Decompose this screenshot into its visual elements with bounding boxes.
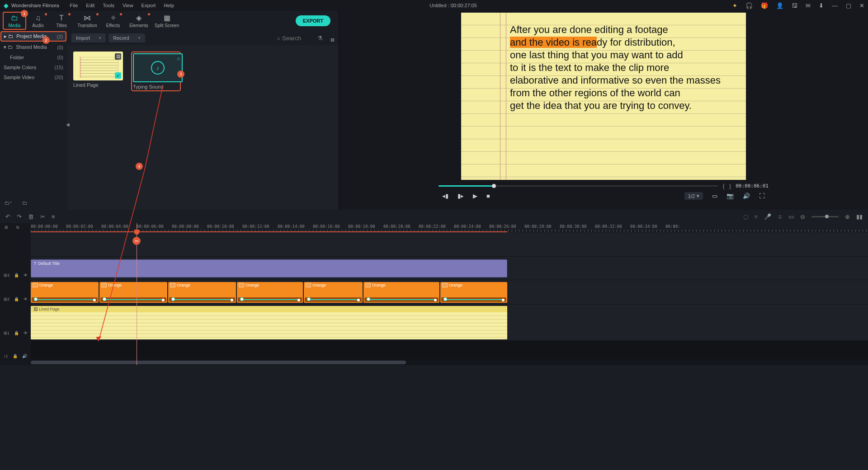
open-folder-icon[interactable]: 🗀 [22,200,27,206]
undo-icon[interactable]: ↶ [5,213,10,220]
menu-edit[interactable]: Edit [86,3,94,8]
track-header-audio-1[interactable]: ♪1🔒🔊 [0,343,31,362]
stop-icon[interactable]: ■ [486,193,490,199]
grid-view-icon[interactable] [331,34,334,42]
headphones-icon[interactable]: 🎧 [745,2,753,9]
lock-icon[interactable]: 🔒 [14,297,19,301]
tab-elements[interactable]: ◈ Elements [125,12,153,30]
link-icon[interactable]: ⧉ [16,225,19,230]
tab-effects[interactable]: ✧ Effects [101,12,125,30]
clip-orange[interactable]: Orange [440,282,507,303]
record-dropdown[interactable]: Record [108,33,145,42]
menu-export[interactable]: Export [142,3,156,8]
clip-orange[interactable]: Orange [31,282,99,303]
export-button[interactable]: EXPORT [296,15,330,26]
zoom-fit-icon[interactable]: ▮▮ [856,213,863,220]
filter-icon[interactable]: ⚗ [317,35,323,42]
tracks-area[interactable]: 00:00:00:00 00:00:02:00 00:00:04:00 00:0… [31,223,868,365]
scrollbar-handle[interactable] [31,361,406,364]
mark-out-icon[interactable]: } [729,183,731,189]
mark-in-icon[interactable]: { [722,183,724,189]
split-icon[interactable]: ✂ [40,213,45,220]
lock-icon[interactable]: 🔒 [14,273,19,277]
volume-icon[interactable]: 🔊 [743,193,750,199]
adjust-icon[interactable]: ≡ [52,213,55,220]
track-video-1[interactable]: 🖼Lined Page [31,305,868,341]
search-box[interactable]: ⌕ [277,35,309,42]
clip-orange[interactable]: Orange [168,282,236,303]
visibility-icon[interactable]: 👁 [24,273,28,277]
clip-orange[interactable]: Orange [363,282,439,303]
menu-view[interactable]: View [123,3,133,8]
search-input[interactable] [282,35,309,42]
scissor-icon[interactable]: ✂ [132,237,141,245]
track-audio-1[interactable] [31,341,868,360]
prev-frame-icon[interactable]: ◂▮ [442,193,448,199]
clip-lined-page[interactable]: 🖼Lined Page [31,306,507,339]
tab-transition[interactable]: ⋈ Transition [73,12,101,30]
zoom-in-icon[interactable]: ⊕ [845,213,850,220]
collapse-handle-icon[interactable]: ◀ [66,122,70,127]
zoom-out-icon[interactable]: ⊖ [800,213,805,220]
gift-icon[interactable]: 🎁 [761,2,768,9]
track-menu-icon[interactable]: ⊞ [5,225,8,230]
save-icon[interactable]: 🖫 [792,2,797,9]
display-page-selector[interactable]: 1/2 ▾ [684,192,703,200]
play-back-icon[interactable]: ▮▸ [458,193,464,199]
fullscreen-icon[interactable]: ⛶ [759,193,765,199]
close-icon[interactable]: ✕ [859,2,864,9]
zoom-slider[interactable] [811,216,839,217]
keyframe-icon[interactable]: ▭ [788,213,794,220]
menu-help[interactable]: Help [164,3,174,8]
delete-icon[interactable]: 🗑 [28,213,34,220]
track-titles[interactable]: TDefault Title [31,257,868,280]
progress-thumb[interactable] [492,184,496,188]
tips-icon[interactable]: ✦ [732,2,737,9]
track-header-1[interactable]: ⊞1🔒👁 [0,307,31,343]
sidebar-item-project-media[interactable]: ▸ 🗀 Project Media (2) 2 [0,31,66,42]
redo-icon[interactable]: ↷ [17,213,22,220]
preview-progress[interactable] [439,185,718,187]
lock-icon[interactable]: 🔒 [13,354,18,358]
time-ruler[interactable]: 00:00:00:00 00:00:02:00 00:00:04:00 00:0… [31,223,868,232]
playhead[interactable]: ✂ [137,223,137,365]
mail-icon[interactable]: ✉ [806,2,811,9]
display-mode-icon[interactable]: ▭ [712,193,717,199]
mixer-icon[interactable]: ♫ [778,213,782,220]
download-icon[interactable]: ⬇ [819,2,824,9]
render-icon[interactable]: ◌ [743,213,748,220]
mute-icon[interactable]: 🔊 [22,354,27,358]
sidebar-item-sample-colors[interactable]: Sample Colors (15) [0,62,67,72]
media-item-lined-page[interactable]: 🖼 ✓ Lined Page [73,52,123,88]
track-video-2[interactable]: Orange Orange Orange Orange Orange Orang… [31,280,868,305]
new-folder-icon[interactable]: 🗀⁺ [5,200,12,206]
visibility-icon[interactable]: 👁 [24,297,28,301]
account-icon[interactable]: 👤 [776,2,783,9]
minimize-icon[interactable]: — [832,2,838,9]
menu-file[interactable]: File [70,3,78,8]
maximize-icon[interactable]: ▢ [846,2,851,9]
tab-split-screen[interactable]: ▦ Split Screen [153,12,181,30]
media-item-typing-sound[interactable]: ♪ ♫ Typing Sound 3 [131,52,181,91]
marker-icon[interactable]: ▿ [755,213,758,220]
import-dropdown[interactable]: Import [71,33,106,42]
tab-audio[interactable]: ♫ Audio [26,12,50,30]
play-icon[interactable]: ▶ [473,193,477,199]
clip-orange[interactable]: Orange [237,282,303,303]
track-header-3[interactable]: ⊞3🔒👁 [0,259,31,283]
voiceover-icon[interactable]: 🎤 [764,213,771,220]
tab-media[interactable]: 🗀 Media 1 [3,12,26,30]
clip-default-title[interactable]: TDefault Title [31,259,507,277]
clip-orange[interactable]: Orange [99,282,167,303]
clip-orange[interactable]: Orange [304,282,363,303]
sidebar-item-folder[interactable]: Folder (0) [0,52,67,62]
snapshot-icon[interactable]: 📷 [726,193,734,199]
lock-icon[interactable]: 🔒 [14,331,19,335]
menu-tools[interactable]: Tools [103,3,114,8]
track-header-2[interactable]: ⊞2🔒👁 [0,283,31,307]
sidebar-item-shared-media[interactable]: ▾ 🗀 Shared Media (0) [0,42,67,52]
sidebar-item-sample-video[interactable]: Sample Video (20) [0,72,67,82]
tab-titles[interactable]: T Titles [50,12,73,30]
visibility-icon[interactable]: 👁 [24,331,28,335]
timeline-scrollbar[interactable] [31,360,868,365]
